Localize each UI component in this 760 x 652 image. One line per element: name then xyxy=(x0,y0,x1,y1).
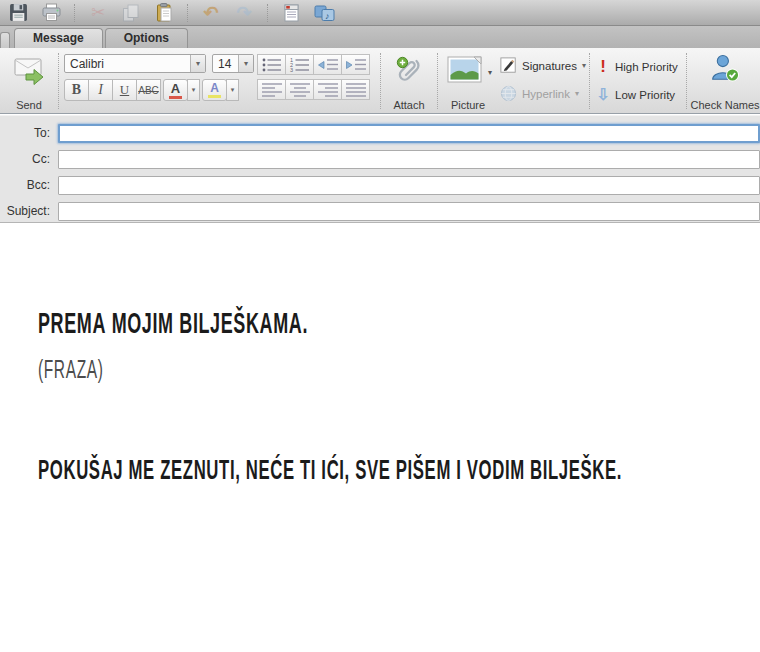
attach-label: Attach xyxy=(384,99,434,111)
group-separator xyxy=(686,53,687,109)
high-priority-icon: ! xyxy=(596,57,610,77)
hyperlink-button[interactable]: Hyperlink ▾ xyxy=(500,85,579,102)
signatures-hyperlink-group: Signatures ▾ Hyperlink ▾ xyxy=(500,48,586,114)
send-button[interactable]: Send xyxy=(2,48,56,114)
person-check-icon xyxy=(710,53,740,83)
low-priority-label: Low Priority xyxy=(615,89,675,101)
toolbar-separator xyxy=(74,4,75,22)
bulleted-list-button[interactable] xyxy=(257,54,286,75)
send-label: Send xyxy=(2,99,56,111)
highlight-button[interactable]: A xyxy=(202,79,227,101)
subject-row: Subject: xyxy=(0,198,760,224)
high-priority-label: High Priority xyxy=(615,61,678,73)
subject-label: Subject: xyxy=(0,204,58,218)
signatures-button[interactable]: Signatures ▾ xyxy=(500,57,586,74)
align-left-button[interactable] xyxy=(257,79,286,100)
svg-text:♪: ♪ xyxy=(325,11,330,21)
redo-icon[interactable]: ↷ xyxy=(232,2,256,24)
paste-icon[interactable] xyxy=(152,2,176,24)
tab-stub xyxy=(0,32,10,48)
to-label: To: xyxy=(0,126,58,140)
font-color-bar xyxy=(169,96,182,99)
check-names-label: Check Names xyxy=(690,99,760,111)
font-size-combo[interactable]: 14 ▾ xyxy=(212,54,254,73)
group-separator xyxy=(58,53,59,109)
chevron-down-icon[interactable]: ▾ xyxy=(238,55,253,72)
picture-dropdown[interactable]: ▾ xyxy=(488,68,492,77)
toolbar-separator xyxy=(187,4,188,22)
ribbon-tab-bar: Message Options xyxy=(0,26,760,48)
strikethrough-button[interactable]: ABC xyxy=(136,79,161,101)
paragraph-group: 123 xyxy=(256,48,376,114)
bcc-input[interactable] xyxy=(58,176,760,195)
font-size-value: 14 xyxy=(218,57,231,71)
contacts-search-icon[interactable] xyxy=(279,2,303,24)
save-icon[interactable] xyxy=(6,2,30,24)
low-priority-button[interactable]: ⇩ Low Priority xyxy=(596,85,675,104)
font-color-dropdown[interactable]: ▾ xyxy=(187,79,200,101)
body-line-3: Pokušaj me zeznuti, neće ti ići, sve piš… xyxy=(38,445,486,489)
low-priority-icon: ⇩ xyxy=(596,85,610,104)
bcc-row: Bcc: xyxy=(0,172,760,198)
picture-icon xyxy=(447,56,483,84)
check-names-button[interactable]: Check Names xyxy=(690,48,760,114)
align-right-button[interactable] xyxy=(313,79,342,100)
compose-email-window: ✂ ↶ ↷ ♪ Message Options xyxy=(0,0,760,652)
attach-button[interactable]: Attach xyxy=(384,48,434,114)
subject-input[interactable] xyxy=(58,202,760,221)
numbered-list-button[interactable]: 123 xyxy=(285,54,314,75)
media-browser-icon[interactable]: ♪ xyxy=(312,2,336,24)
chevron-down-icon: ▾ xyxy=(582,61,586,70)
group-separator xyxy=(437,53,438,109)
paperclip-icon xyxy=(394,54,426,86)
font-name-combo[interactable]: Calibri ▾ xyxy=(64,54,206,73)
copy-icon[interactable] xyxy=(119,2,143,24)
italic-button[interactable]: I xyxy=(88,79,113,101)
message-body[interactable]: Prema mojim bilješkama. (fraza) Pokušaj … xyxy=(0,224,760,652)
globe-icon xyxy=(500,85,517,102)
to-row: To: xyxy=(0,120,760,146)
font-group: Calibri ▾ 14 ▾ B I U ABC A ▾ A ▾ xyxy=(62,48,254,114)
hyperlink-label: Hyperlink xyxy=(522,88,570,100)
signatures-label: Signatures xyxy=(522,60,577,72)
print-icon[interactable] xyxy=(39,2,63,24)
toolbar-separator xyxy=(267,4,268,22)
cc-input[interactable] xyxy=(58,150,760,169)
body-line-1: Prema mojim bilješkama. xyxy=(38,296,486,343)
send-icon xyxy=(14,57,46,89)
highlight-dropdown[interactable]: ▾ xyxy=(226,79,239,101)
justify-button[interactable] xyxy=(341,79,370,100)
font-name-value: Calibri xyxy=(70,57,104,71)
high-priority-button[interactable]: ! High Priority xyxy=(596,57,678,77)
svg-text:3: 3 xyxy=(290,67,293,72)
ribbon: Send Calibri ▾ 14 ▾ B I U ABC A ▾ xyxy=(0,48,760,114)
address-fields-panel: To: Cc: Bcc: Subject: xyxy=(0,115,760,223)
tab-message[interactable]: Message xyxy=(14,28,103,48)
underline-button[interactable]: U xyxy=(112,79,137,101)
cut-icon[interactable]: ✂ xyxy=(86,2,110,24)
priority-group: ! High Priority ⇩ Low Priority xyxy=(596,48,684,114)
to-input[interactable] xyxy=(58,124,760,143)
undo-icon[interactable]: ↶ xyxy=(199,2,223,24)
group-separator xyxy=(589,53,590,109)
increase-indent-button[interactable] xyxy=(341,54,370,75)
body-line-2: (fraza) xyxy=(38,345,486,386)
quick-access-toolbar: ✂ ↶ ↷ ♪ xyxy=(0,0,760,26)
decrease-indent-button[interactable] xyxy=(313,54,342,75)
picture-label: Picture xyxy=(442,99,494,111)
chevron-down-icon[interactable]: ▾ xyxy=(190,55,205,72)
cc-row: Cc: xyxy=(0,146,760,172)
chevron-down-icon: ▾ xyxy=(575,89,579,98)
bcc-label: Bcc: xyxy=(0,178,58,192)
bold-button[interactable]: B xyxy=(64,79,89,101)
picture-button[interactable]: ▾ Picture xyxy=(442,48,494,114)
font-color-button[interactable]: A xyxy=(163,79,188,101)
align-center-button[interactable] xyxy=(285,79,314,100)
signature-icon xyxy=(500,57,517,74)
tab-options[interactable]: Options xyxy=(105,28,188,48)
cc-label: Cc: xyxy=(0,152,58,166)
group-separator xyxy=(380,53,381,109)
highlight-color-bar xyxy=(208,95,221,98)
